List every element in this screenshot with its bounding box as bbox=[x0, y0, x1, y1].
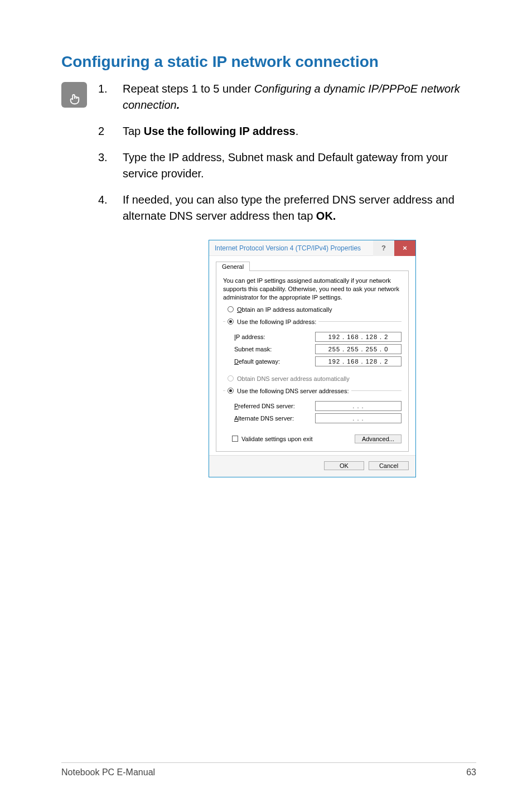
subnet-input[interactable]: 255 . 255 . 255 . 0 bbox=[315, 344, 402, 354]
preferred-dns-row: Preferred DNS server: . . . bbox=[223, 400, 402, 412]
ip-address-input[interactable]: 192 . 168 . 128 . 2 bbox=[315, 332, 402, 342]
radio-label: Use the following IP address: bbox=[237, 318, 316, 325]
step-body: Tap Use the following IP address. bbox=[123, 123, 476, 139]
section-heading: Configuring a static IP network connecti… bbox=[61, 53, 476, 71]
step-bold: OK. bbox=[316, 210, 336, 222]
step-number: 2 bbox=[98, 123, 110, 139]
ipv4-properties-dialog: Internet Protocol Version 4 (TCP/IPv4) P… bbox=[209, 240, 416, 477]
step-post: . bbox=[296, 125, 299, 137]
step-number: 1. bbox=[98, 81, 110, 113]
gateway-row: Default gateway: 192 . 168 . 128 . 2 bbox=[223, 355, 402, 368]
footer-left: Notebook PC E-Manual bbox=[61, 767, 155, 777]
radio-icon bbox=[228, 306, 234, 312]
step-text: If needed, you can also type the preferr… bbox=[123, 194, 454, 222]
cancel-button[interactable]: Cancel bbox=[369, 461, 409, 470]
tab-general[interactable]: General bbox=[216, 262, 250, 271]
subnet-label: Subnet mask: bbox=[234, 346, 315, 352]
alternate-dns-input[interactable]: . . . bbox=[315, 413, 402, 423]
radio-obtain-ip[interactable]: Obtain an IP address automatically bbox=[223, 306, 402, 313]
footer-page-number: 63 bbox=[466, 767, 476, 777]
step-number: 4. bbox=[98, 192, 110, 224]
ok-button[interactable]: OK bbox=[324, 461, 364, 470]
gateway-input[interactable]: 192 . 168 . 128 . 2 bbox=[315, 356, 402, 366]
checkbox-icon bbox=[232, 436, 238, 442]
titlebar: Internet Protocol Version 4 (TCP/IPv4) P… bbox=[209, 240, 415, 256]
step-number: 3. bbox=[98, 149, 110, 182]
step-2: 2 Tap Use the following IP address. bbox=[98, 123, 476, 139]
radio-use-dns[interactable]: Use the following DNS server addresses: bbox=[228, 388, 349, 394]
radio-icon bbox=[228, 388, 234, 394]
radio-obtain-dns: Obtain DNS server address automatically bbox=[223, 375, 402, 382]
radio-label: Obtain DNS server address automatically bbox=[237, 375, 350, 382]
preferred-dns-input[interactable]: . . . bbox=[315, 401, 402, 411]
alternate-dns-row: Alternate DNS server: . . . bbox=[223, 412, 402, 424]
dialog-description: You can get IP settings assigned automat… bbox=[223, 277, 402, 302]
dialog-title: Internet Protocol Version 4 (TCP/IPv4) P… bbox=[215, 244, 373, 252]
step-text: Tap bbox=[123, 125, 144, 137]
page-footer: Notebook PC E-Manual 63 bbox=[61, 762, 476, 777]
touch-icon bbox=[61, 82, 87, 108]
step-1: 1. Repeat steps 1 to 5 under Configuring… bbox=[98, 81, 476, 113]
radio-use-ip[interactable]: Use the following IP address: bbox=[228, 318, 316, 325]
step-body: If needed, you can also type the preferr… bbox=[123, 192, 476, 224]
step-text: Repeat steps 1 to 5 under bbox=[123, 83, 254, 95]
subnet-row: Subnet mask: 255 . 255 . 255 . 0 bbox=[223, 343, 402, 355]
gateway-label: Default gateway: bbox=[234, 358, 315, 365]
radio-label: Use the following DNS server addresses: bbox=[237, 388, 349, 394]
step-post: . bbox=[177, 99, 180, 111]
help-button[interactable]: ? bbox=[373, 240, 394, 256]
step-text: Type the IP address, Subnet mask and Def… bbox=[123, 151, 448, 180]
ip-address-row: IP address: 192 . 168 . 128 . 2 bbox=[223, 331, 402, 343]
close-button[interactable]: × bbox=[394, 240, 415, 256]
ip-address-label: IP address: bbox=[234, 334, 315, 340]
validate-label: Validate settings upon exit bbox=[241, 436, 313, 442]
validate-checkbox-row[interactable]: Validate settings upon exit bbox=[228, 436, 313, 442]
preferred-dns-label: Preferred DNS server: bbox=[234, 403, 315, 409]
radio-icon bbox=[228, 318, 234, 325]
step-body: Repeat steps 1 to 5 under Configuring a … bbox=[123, 81, 476, 113]
radio-icon bbox=[228, 375, 234, 381]
step-bold: Use the following IP address bbox=[144, 125, 296, 137]
alternate-dns-label: Alternate DNS server: bbox=[234, 415, 315, 422]
step-3: 3. Type the IP address, Subnet mask and … bbox=[98, 149, 476, 182]
radio-label: Obtain an IP address automatically bbox=[237, 306, 332, 313]
advanced-button[interactable]: Advanced... bbox=[355, 434, 402, 443]
step-4: 4. If needed, you can also type the pref… bbox=[98, 192, 476, 224]
step-body: Type the IP address, Subnet mask and Def… bbox=[123, 149, 476, 182]
